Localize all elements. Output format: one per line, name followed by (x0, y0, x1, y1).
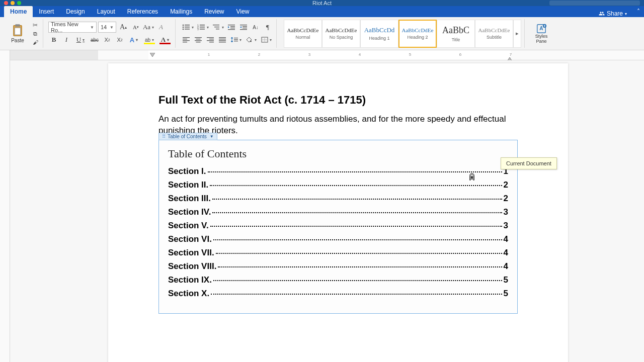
line-spacing-button[interactable]: ▾ (229, 34, 243, 45)
style-heading-2[interactable]: AaBbCcDdEeHeading 2 (398, 20, 437, 48)
decrease-indent-button[interactable] (226, 22, 237, 33)
ribbon-collapse-icon[interactable]: ˄ (633, 6, 644, 17)
toc-entry[interactable]: Section VIII.4 (168, 261, 508, 272)
toc-field[interactable]: ⠿ Table of Contents ▼ Table of Contents … (158, 140, 518, 314)
justify-button[interactable] (217, 34, 228, 45)
sort-button[interactable]: A↓ (250, 22, 261, 33)
numbering-button[interactable]: 123▾ (196, 22, 210, 33)
align-center-button[interactable] (193, 34, 204, 45)
cursor-icon (468, 173, 475, 181)
minimize-window-icon[interactable] (11, 1, 15, 5)
style-normal[interactable]: AaBbCcDdEeNormal (284, 20, 322, 48)
strikethrough-button[interactable]: abc (89, 34, 100, 45)
tab-design[interactable]: Design (60, 6, 91, 17)
style-title[interactable]: AaBbCTitle (437, 20, 475, 48)
shrink-font-button[interactable]: A▾ (130, 22, 141, 33)
underline-button[interactable]: U▾ (73, 34, 88, 45)
cut-icon[interactable]: ✂ (33, 22, 38, 29)
increase-indent-button[interactable] (238, 22, 249, 33)
svg-rect-12 (200, 27, 205, 28)
tab-references[interactable]: References (121, 6, 164, 17)
text-effects-button[interactable]: A▾ (127, 34, 141, 45)
window-controls[interactable] (4, 1, 21, 5)
toc-entry[interactable]: Section III.2 (168, 194, 508, 204)
toc-entry-label: Section IV. (168, 207, 211, 217)
ruler-num: 6 (459, 52, 461, 57)
align-left-button[interactable] (181, 34, 192, 45)
toc-entry-page: 3 (504, 221, 508, 231)
tab-insert[interactable]: Insert (33, 6, 60, 17)
shading-button[interactable]: ▾ (244, 34, 258, 45)
style-heading-1[interactable]: AaBbCcDdHeading 1 (360, 20, 398, 48)
tooltip: Current Document (501, 157, 557, 169)
toc-entry[interactable]: Section II.2 (168, 180, 508, 190)
styles-pane-button[interactable]: A Styles Pane (530, 23, 553, 44)
italic-button[interactable]: I (61, 34, 72, 45)
page[interactable]: Full Text of the Riot Act (c. 1714 – 171… (108, 63, 568, 362)
ribbon: Paste ✂ ⧉ 🖌 Times New Ro...▼ 14▼ A▴ A▾ A… (0, 17, 644, 50)
toc-entry[interactable]: Section IX.5 (168, 275, 508, 285)
superscript-button[interactable]: X2 (114, 34, 125, 45)
style-subtitle[interactable]: AaBbCcDdEeSubtitle (475, 20, 513, 48)
tab-home[interactable]: Home (4, 6, 33, 17)
toc-entry-page: 5 (504, 289, 508, 299)
bullets-button[interactable]: ▾ (181, 22, 195, 33)
indent-marker[interactable] (150, 51, 155, 55)
share-button[interactable]: Share ▾ (593, 10, 633, 17)
toc-leader-dots (208, 171, 502, 172)
toc-entry[interactable]: Section V.3 (168, 221, 508, 231)
format-painter-icon[interactable]: 🖌 (33, 39, 38, 45)
style-gallery-more[interactable]: ▸ (513, 20, 521, 48)
toc-entry-page: 2 (504, 194, 508, 204)
style-no-spacing[interactable]: AaBbCcDdEeNo Spacing (322, 20, 360, 48)
vertical-ruler[interactable] (0, 50, 10, 362)
close-window-icon[interactable] (4, 1, 8, 5)
toc-entry-page: 5 (504, 275, 508, 285)
change-case-button[interactable]: Aa▾ (143, 22, 154, 33)
tab-view[interactable]: View (230, 6, 256, 17)
zoom-window-icon[interactable] (17, 1, 21, 5)
toc-entry[interactable]: Section I.1 (168, 166, 508, 176)
tab-mailings[interactable]: Mailings (164, 6, 198, 17)
drag-handle-icon[interactable]: ⠿ (162, 134, 166, 139)
tab-review[interactable]: Review (198, 6, 230, 17)
toc-entry-label: Section V. (168, 221, 209, 231)
chevron-down-icon[interactable]: ▼ (210, 134, 214, 139)
svg-rect-14 (200, 29, 205, 30)
svg-point-51 (471, 177, 473, 178)
font-group: Times New Ro...▼ 14▼ A▴ A▾ Aa▾ A B I U▾ … (45, 19, 176, 48)
toc-title[interactable]: Table of Contents (168, 147, 508, 160)
highlight-button[interactable]: ab▾ (142, 34, 156, 45)
paste-button[interactable]: Paste (6, 19, 29, 48)
toc-leader-dots (218, 266, 502, 267)
toc-entry-page: 4 (504, 248, 508, 258)
font-size-select[interactable]: 14▼ (98, 22, 116, 33)
svg-rect-43 (234, 39, 238, 40)
font-color-button[interactable]: A▾ (158, 34, 172, 45)
tab-layout[interactable]: Layout (91, 6, 121, 17)
bold-button[interactable]: B (48, 34, 59, 45)
clear-formatting-button[interactable]: A (155, 22, 167, 33)
document-canvas[interactable]: Full Text of the Riot Act (c. 1714 – 171… (10, 60, 644, 362)
borders-button[interactable]: ▾ (259, 34, 273, 45)
copy-icon[interactable]: ⧉ (33, 31, 37, 37)
toc-entry[interactable]: Section VI.4 (168, 234, 508, 244)
toc-entry[interactable]: Section IV.3 (168, 207, 508, 217)
toc-field-tag[interactable]: ⠿ Table of Contents ▼ (158, 133, 217, 140)
toc-leader-dots (212, 212, 502, 213)
subscript-button[interactable]: X2 (102, 34, 113, 45)
svg-rect-30 (195, 37, 202, 38)
toc-entry[interactable]: Section VII.4 (168, 248, 508, 258)
right-indent-marker[interactable] (507, 55, 512, 59)
search-input[interactable] (549, 1, 640, 6)
style-gallery: AaBbCcDdEeNormal AaBbCcDdEeNo Spacing Aa… (282, 20, 521, 48)
doc-heading[interactable]: Full Text of the Riot Act (c. 1714 – 171… (158, 94, 518, 107)
horizontal-ruler[interactable]: 1 2 3 4 5 6 7 (10, 50, 644, 60)
align-right-button[interactable] (205, 34, 216, 45)
font-family-select[interactable]: Times New Ro...▼ (48, 22, 97, 33)
show-marks-button[interactable]: ¶ (262, 22, 273, 33)
ruler-num: 3 (308, 52, 310, 57)
toc-entry[interactable]: Section X.5 (168, 289, 508, 299)
grow-font-button[interactable]: A▴ (118, 22, 129, 33)
multilevel-list-button[interactable]: ▾ (211, 22, 225, 33)
